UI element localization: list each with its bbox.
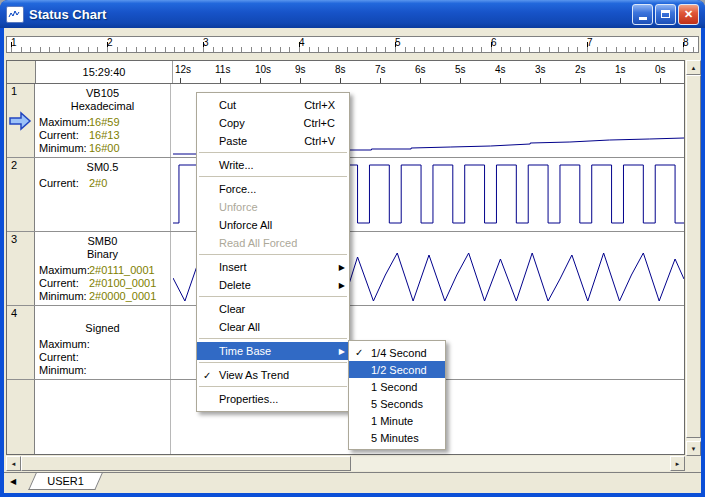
menu-item-unforce[interactable]: Unforce (197, 198, 349, 216)
tab-scroll-left-button[interactable]: ◀ (10, 477, 22, 486)
signal-name: VB105 (35, 87, 170, 100)
up-arrow-icon: ▲ (691, 65, 697, 71)
status-chart-window: Status Chart ✕ 1 2 3 4 5 6 7 8 15:29:40 … (0, 0, 705, 497)
field-value: 16#59 (89, 116, 120, 129)
menu-item-clear[interactable]: Clear (197, 300, 349, 318)
field-value: 2#0000_0001 (89, 290, 156, 303)
menu-item-paste[interactable]: PasteCtrl+V (197, 132, 349, 150)
tab-label: USER1 (47, 475, 84, 487)
time-base-submenu: ✓1/4 Second 1/2 Second 1 Second 5 Second… (348, 340, 446, 450)
menu-separator (199, 296, 347, 297)
menu-item-cut[interactable]: CutCtrl+X (197, 96, 349, 114)
menu-separator (199, 152, 347, 153)
row-number-cell[interactable]: 3 (7, 232, 35, 305)
time-tick: 8s (335, 64, 346, 75)
time-tick: 9s (295, 64, 306, 75)
tab-user1[interactable]: USER1 (28, 473, 102, 490)
time-axis: 12s 11s 10s 9s 8s 7s 6s 5s 4s 3s 2s 1s 0… (173, 61, 684, 83)
ruler-number: 1 (11, 37, 17, 48)
signal-cell[interactable]: Signed Maximum: Current: Minimum: (35, 306, 171, 379)
ruler-number: 5 (395, 37, 401, 48)
row-number-cell[interactable]: 1 (7, 84, 35, 157)
submenu-item-five-minutes[interactable]: 5 Minutes (349, 429, 445, 446)
signal-format: Signed (35, 322, 170, 335)
submenu-item-one-minute[interactable]: 1 Minute (349, 412, 445, 429)
field-label: Current: (39, 129, 89, 142)
horizontal-scrollbar[interactable]: ◄ ► (6, 456, 685, 471)
maximize-icon (661, 10, 670, 18)
shortcut: Ctrl+V (304, 135, 335, 147)
timestamp: 15:29:40 (36, 61, 173, 83)
current-row-arrow-icon (9, 111, 33, 131)
signal-cell[interactable]: SM0.5 Current:2#0 (35, 158, 171, 231)
menu-item-delete[interactable]: Delete▶ (197, 276, 349, 294)
ruler-number: 8 (683, 37, 689, 48)
submenu-item-one-second[interactable]: 1 Second (349, 378, 445, 395)
check-icon: ✓ (203, 370, 211, 381)
row-number-cell[interactable]: 4 (7, 306, 35, 379)
scroll-down-button[interactable]: ▼ (686, 441, 701, 456)
close-button[interactable]: ✕ (678, 4, 699, 25)
right-arrow-icon: ► (675, 461, 681, 467)
row-number: 3 (11, 233, 17, 245)
minimize-button[interactable] (632, 4, 653, 25)
scroll-left-button[interactable]: ◄ (6, 456, 21, 471)
menu-item-view-as-trend[interactable]: ✓View As Trend (197, 366, 349, 384)
field-label: Current: (39, 277, 89, 290)
menu-separator (199, 386, 347, 387)
vertical-scrollbar[interactable]: ▲ ▼ (686, 60, 701, 456)
time-tick: 11s (215, 64, 230, 75)
ruler-number: 7 (587, 37, 593, 48)
row-number: 4 (11, 307, 17, 319)
menu-separator (199, 176, 347, 177)
left-arrow-icon: ◄ (11, 461, 17, 467)
scrollbar-corner (686, 456, 701, 471)
menu-item-unforce-all[interactable]: Unforce All (197, 216, 349, 234)
menu-separator (199, 362, 347, 363)
signal-cell[interactable]: VB105 Hexadecimal Maximum:16#59 Current:… (35, 84, 171, 157)
menu-separator (199, 254, 347, 255)
row-number-cell[interactable]: 2 (7, 158, 35, 231)
header-gutter-cell (7, 61, 36, 83)
ruler: 1 2 3 4 5 6 7 8 (6, 36, 699, 53)
time-tick: 7s (375, 64, 386, 75)
shortcut: Ctrl+C (304, 117, 335, 129)
row-number: 1 (11, 85, 17, 97)
time-tick: 10s (255, 64, 271, 75)
signal-cell[interactable]: SMB0 Binary Maximum:2#0111_0001 Current:… (35, 232, 171, 305)
menu-item-insert[interactable]: Insert▶ (197, 258, 349, 276)
ruler-number: 3 (203, 37, 209, 48)
context-menu: CutCtrl+X CopyCtrl+C PasteCtrl+V Write..… (196, 92, 350, 412)
horizontal-scroll-thumb[interactable] (21, 456, 351, 471)
field-label: Minimum: (39, 290, 89, 303)
app-icon (6, 6, 24, 23)
field-label: Maximum: (39, 264, 89, 277)
time-tick: 1s (615, 64, 626, 75)
field-label: Maximum: (39, 338, 89, 351)
time-tick: 4s (495, 64, 506, 75)
menu-item-force[interactable]: Force... (197, 180, 349, 198)
scroll-up-button[interactable]: ▲ (686, 60, 701, 75)
menu-item-copy[interactable]: CopyCtrl+C (197, 114, 349, 132)
check-icon: ✓ (355, 347, 363, 358)
menu-item-properties[interactable]: Properties... (197, 390, 349, 408)
field-label: Maximum: (39, 116, 89, 129)
menu-item-read-all-forced[interactable]: Read All Forced (197, 234, 349, 252)
scroll-right-button[interactable]: ► (670, 456, 685, 471)
submenu-item-half-second[interactable]: 1/2 Second (349, 361, 445, 378)
signal-name (35, 309, 170, 322)
maximize-button[interactable] (655, 4, 676, 25)
menu-item-write[interactable]: Write... (197, 156, 349, 174)
time-tick: 6s (415, 64, 426, 75)
menu-item-clear-all[interactable]: Clear All (197, 318, 349, 336)
vertical-scroll-thumb[interactable] (686, 75, 701, 438)
field-label: Minimum: (39, 142, 89, 155)
titlebar[interactable]: Status Chart ✕ (0, 0, 705, 28)
signal-format: Binary (35, 248, 170, 261)
submenu-item-five-seconds[interactable]: 5 Seconds (349, 395, 445, 412)
field-value: 2#0 (89, 177, 107, 190)
menu-item-time-base[interactable]: Time Base▶ (197, 342, 349, 360)
time-tick: 3s (535, 64, 546, 75)
time-tick: 5s (455, 64, 466, 75)
submenu-item-quarter-second[interactable]: ✓1/4 Second (349, 344, 445, 361)
